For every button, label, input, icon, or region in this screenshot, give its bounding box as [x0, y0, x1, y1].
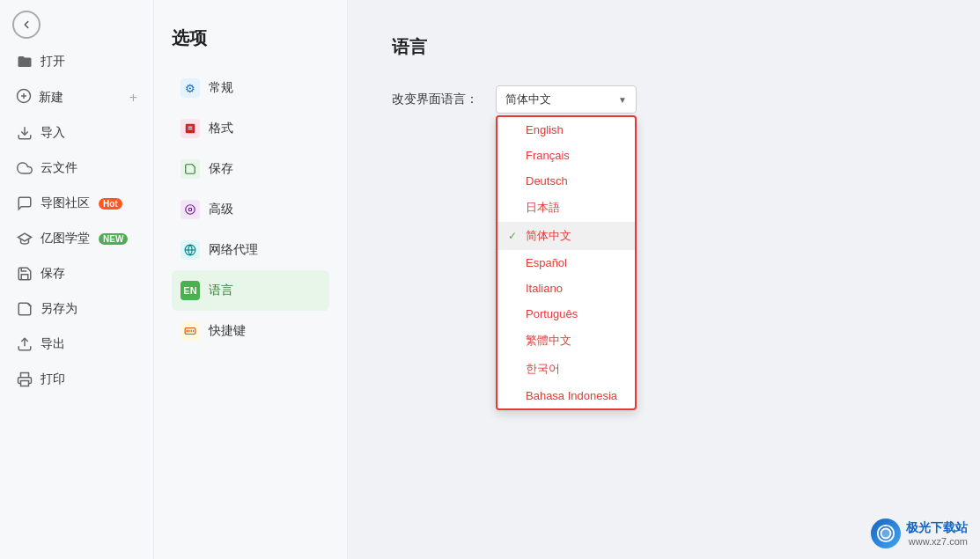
- general-icon: ⚙: [181, 78, 200, 98]
- new-plus-icon: +: [129, 90, 137, 106]
- save-as-icon: [16, 300, 33, 318]
- option-format[interactable]: 格式: [172, 108, 329, 149]
- export-icon: [16, 335, 33, 353]
- sidebar-open-label: 打开: [41, 54, 65, 70]
- sidebar-save-label: 保存: [41, 266, 65, 282]
- language-icon: EN: [181, 281, 200, 300]
- new-badge: NEW: [99, 233, 128, 245]
- advanced-icon: [181, 200, 200, 219]
- option-language[interactable]: EN 语言: [172, 270, 329, 311]
- lang-option-zh-tw[interactable]: 繁體中文: [497, 327, 635, 355]
- option-network-label: 网络代理: [209, 242, 258, 258]
- option-network[interactable]: 网络代理: [172, 230, 329, 270]
- sidebar-item-academy[interactable]: 亿图学堂 NEW: [0, 221, 153, 256]
- option-advanced-label: 高级: [209, 202, 233, 217]
- main-content: 语言 改变界面语言： 简体中文 ▼ English Français De: [348, 0, 980, 559]
- option-format-label: 格式: [209, 121, 233, 136]
- option-save-label: 保存: [209, 161, 233, 177]
- plus-circle-icon: [16, 88, 32, 107]
- language-select[interactable]: 简体中文 ▼: [496, 85, 637, 114]
- save-icon: [16, 265, 33, 283]
- option-shortcut-label: 快捷键: [209, 323, 246, 339]
- sidebar-community-label: 导图社区: [41, 195, 90, 211]
- sidebar-item-print[interactable]: 打印: [0, 362, 153, 397]
- lang-option-it[interactable]: Italiano: [497, 276, 635, 301]
- language-row: 改变界面语言： 简体中文 ▼ English Français Deutsch: [392, 85, 936, 114]
- shortcut-icon: [181, 321, 200, 341]
- dropdown-arrow-icon: ▼: [618, 95, 627, 105]
- format-icon: [181, 119, 200, 138]
- lang-option-zh-cn[interactable]: ✓ 简体中文: [497, 222, 635, 250]
- sidebar-save-as-label: 另存为: [41, 301, 77, 317]
- lang-option-ko[interactable]: 한국어: [497, 355, 635, 383]
- svg-point-10: [188, 208, 192, 211]
- sidebar-item-import[interactable]: 导入: [0, 115, 153, 151]
- sidebar-item-save[interactable]: 保存: [0, 256, 153, 291]
- sidebar-export-label: 导出: [41, 336, 65, 352]
- watermark-main: 极光下载站: [906, 520, 968, 536]
- sidebar-import-label: 导入: [41, 125, 65, 141]
- language-section-title: 语言: [392, 35, 936, 59]
- options-title: 选项: [172, 26, 329, 50]
- check-icon-zh-cn: ✓: [508, 230, 520, 242]
- sidebar-item-community[interactable]: 导图社区 Hot: [0, 186, 153, 221]
- cloud-icon: [16, 159, 33, 177]
- folder-icon: [16, 53, 33, 70]
- lang-option-ja[interactable]: 日本語: [497, 194, 635, 222]
- options-panel: 选项 ⚙ 常规 格式 保存 高级 网络代理 EN 语言: [154, 0, 348, 559]
- option-general[interactable]: ⚙ 常规: [172, 68, 329, 108]
- sidebar-cloud-label: 云文件: [41, 160, 77, 176]
- language-select-wrapper: 简体中文 ▼ English Français Deutsch: [496, 85, 637, 114]
- lang-option-pt[interactable]: Português: [497, 301, 635, 327]
- lang-option-id[interactable]: Bahasa Indonesia: [497, 383, 635, 408]
- print-icon: [16, 371, 33, 388]
- lang-option-fr[interactable]: Français: [497, 143, 635, 168]
- sidebar: 打开 新建 + 导入 云文件 导图社区 Hot: [0, 0, 154, 559]
- lang-option-en[interactable]: English: [497, 117, 635, 143]
- graduation-icon: [16, 230, 33, 247]
- sidebar-item-export[interactable]: 导出: [0, 327, 153, 362]
- sidebar-print-label: 打印: [41, 371, 65, 387]
- lang-option-de[interactable]: Deutsch: [497, 168, 635, 194]
- watermark-logo: [871, 519, 901, 548]
- import-icon: [16, 124, 33, 142]
- lang-option-es[interactable]: Español: [497, 250, 635, 276]
- sidebar-academy-label: 亿图学堂: [41, 231, 90, 246]
- chat-icon: [16, 195, 33, 212]
- change-language-label: 改变界面语言：: [392, 92, 478, 107]
- watermark-text: 极光下载站 www.xz7.com: [906, 520, 968, 547]
- network-icon: [181, 240, 200, 260]
- watermark-sub: www.xz7.com: [906, 536, 968, 547]
- back-button[interactable]: [12, 11, 41, 39]
- option-save[interactable]: 保存: [172, 149, 329, 189]
- language-dropdown: English Français Deutsch 日本語 ✓ 简体中文: [496, 115, 637, 410]
- option-general-label: 常规: [209, 80, 233, 96]
- sidebar-item-save-as[interactable]: 另存为: [0, 291, 153, 327]
- watermark: 极光下载站 www.xz7.com: [871, 519, 968, 548]
- svg-rect-6: [21, 381, 29, 386]
- sidebar-item-cloud[interactable]: 云文件: [0, 151, 153, 186]
- sidebar-new-label: 新建: [39, 90, 63, 106]
- option-advanced[interactable]: 高级: [172, 189, 329, 230]
- option-language-label: 语言: [209, 283, 233, 298]
- option-shortcut[interactable]: 快捷键: [172, 311, 329, 351]
- sidebar-item-open[interactable]: 打开: [0, 44, 153, 79]
- svg-point-11: [186, 205, 195, 215]
- selected-language: 简体中文: [505, 92, 551, 107]
- option-save-icon: [181, 159, 200, 179]
- hot-badge: Hot: [99, 198, 122, 210]
- sidebar-item-new[interactable]: 新建 +: [0, 79, 153, 115]
